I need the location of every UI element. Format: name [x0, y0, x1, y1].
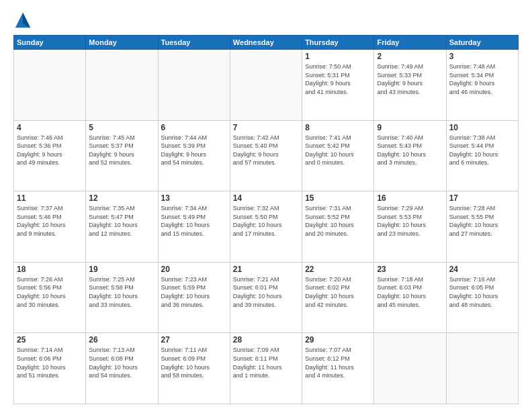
- day-info: Sunrise: 7:14 AM Sunset: 6:06 PM Dayligh…: [17, 346, 83, 379]
- day-info: Sunrise: 7:48 AM Sunset: 5:34 PM Dayligh…: [449, 62, 515, 96]
- day-number: 14: [233, 193, 299, 203]
- calendar-cell: 16Sunrise: 7:29 AM Sunset: 5:53 PM Dayli…: [374, 191, 446, 263]
- day-number: 15: [305, 193, 371, 203]
- weekday-header: Wednesday: [230, 36, 302, 50]
- calendar-cell: 26Sunrise: 7:13 AM Sunset: 6:08 PM Dayli…: [86, 333, 158, 404]
- calendar-week-row: 1Sunrise: 7:50 AM Sunset: 5:31 PM Daylig…: [14, 50, 519, 121]
- calendar-cell: 28Sunrise: 7:09 AM Sunset: 6:11 PM Dayli…: [230, 333, 302, 404]
- calendar-cell: 17Sunrise: 7:28 AM Sunset: 5:55 PM Dayli…: [446, 191, 518, 263]
- weekday-header: Tuesday: [158, 36, 230, 50]
- day-info: Sunrise: 7:26 AM Sunset: 5:56 PM Dayligh…: [17, 275, 83, 309]
- day-info: Sunrise: 7:11 AM Sunset: 6:09 PM Dayligh…: [161, 346, 227, 379]
- calendar-cell: [86, 50, 158, 121]
- calendar-week-row: 18Sunrise: 7:26 AM Sunset: 5:56 PM Dayli…: [14, 262, 519, 333]
- day-number: 24: [449, 265, 515, 274]
- weekday-header: Sunday: [14, 36, 86, 50]
- day-number: 12: [89, 193, 154, 203]
- day-info: Sunrise: 7:31 AM Sunset: 5:52 PM Dayligh…: [305, 204, 371, 238]
- calendar-cell: [446, 333, 518, 404]
- day-number: 6: [161, 123, 227, 132]
- day-number: 13: [161, 193, 227, 203]
- weekday-header: Friday: [374, 36, 446, 50]
- day-number: 7: [233, 123, 299, 132]
- day-info: Sunrise: 7:42 AM Sunset: 5:40 PM Dayligh…: [233, 134, 299, 167]
- day-info: Sunrise: 7:07 AM Sunset: 6:12 PM Dayligh…: [305, 346, 371, 379]
- day-info: Sunrise: 7:13 AM Sunset: 6:08 PM Dayligh…: [89, 346, 154, 379]
- day-info: Sunrise: 7:34 AM Sunset: 5:49 PM Dayligh…: [161, 204, 227, 238]
- day-number: 5: [89, 123, 154, 132]
- day-info: Sunrise: 7:23 AM Sunset: 5:59 PM Dayligh…: [161, 275, 227, 309]
- calendar-cell: [230, 50, 302, 121]
- calendar-cell: 1Sunrise: 7:50 AM Sunset: 5:31 PM Daylig…: [302, 50, 374, 121]
- day-info: Sunrise: 7:21 AM Sunset: 6:01 PM Dayligh…: [233, 275, 299, 309]
- calendar-cell: 5Sunrise: 7:45 AM Sunset: 5:37 PM Daylig…: [86, 120, 158, 191]
- calendar-cell: 20Sunrise: 7:23 AM Sunset: 5:59 PM Dayli…: [158, 262, 230, 333]
- calendar-cell: 25Sunrise: 7:14 AM Sunset: 6:06 PM Dayli…: [14, 333, 86, 404]
- day-number: 20: [161, 265, 227, 274]
- calendar-cell: [374, 333, 446, 404]
- day-number: 1: [305, 52, 371, 61]
- calendar-cell: 10Sunrise: 7:38 AM Sunset: 5:44 PM Dayli…: [446, 120, 518, 191]
- day-info: Sunrise: 7:44 AM Sunset: 5:39 PM Dayligh…: [161, 134, 227, 167]
- calendar-cell: 21Sunrise: 7:21 AM Sunset: 6:01 PM Dayli…: [230, 262, 302, 333]
- day-number: 3: [449, 52, 515, 61]
- day-number: 21: [233, 265, 299, 274]
- day-info: Sunrise: 7:16 AM Sunset: 6:05 PM Dayligh…: [449, 275, 515, 309]
- calendar-cell: 11Sunrise: 7:37 AM Sunset: 5:46 PM Dayli…: [14, 191, 86, 263]
- day-number: 26: [89, 335, 154, 345]
- day-number: 27: [161, 335, 227, 345]
- day-info: Sunrise: 7:28 AM Sunset: 5:55 PM Dayligh…: [449, 204, 515, 238]
- day-number: 2: [377, 52, 443, 61]
- calendar-week-row: 11Sunrise: 7:37 AM Sunset: 5:46 PM Dayli…: [14, 191, 519, 263]
- calendar-week-row: 25Sunrise: 7:14 AM Sunset: 6:06 PM Dayli…: [14, 333, 519, 404]
- calendar-cell: 27Sunrise: 7:11 AM Sunset: 6:09 PM Dayli…: [158, 333, 230, 404]
- day-number: 16: [377, 193, 443, 203]
- logo: [13, 11, 35, 30]
- header: [13, 11, 519, 30]
- calendar-week-row: 4Sunrise: 7:46 AM Sunset: 5:36 PM Daylig…: [14, 120, 519, 191]
- day-info: Sunrise: 7:41 AM Sunset: 5:42 PM Dayligh…: [305, 134, 371, 167]
- weekday-header: Monday: [86, 36, 158, 50]
- day-info: Sunrise: 7:35 AM Sunset: 5:47 PM Dayligh…: [89, 204, 154, 238]
- calendar-cell: 3Sunrise: 7:48 AM Sunset: 5:34 PM Daylig…: [446, 50, 518, 121]
- calendar-cell: 6Sunrise: 7:44 AM Sunset: 5:39 PM Daylig…: [158, 120, 230, 191]
- calendar-cell: 22Sunrise: 7:20 AM Sunset: 6:02 PM Dayli…: [302, 262, 374, 333]
- calendar-cell: 29Sunrise: 7:07 AM Sunset: 6:12 PM Dayli…: [302, 333, 374, 404]
- day-info: Sunrise: 7:25 AM Sunset: 5:58 PM Dayligh…: [89, 275, 154, 309]
- day-number: 17: [449, 193, 515, 203]
- calendar-cell: 8Sunrise: 7:41 AM Sunset: 5:42 PM Daylig…: [302, 120, 374, 191]
- day-number: 22: [305, 265, 371, 274]
- day-number: 18: [17, 265, 83, 274]
- day-number: 29: [305, 335, 371, 345]
- calendar-cell: 24Sunrise: 7:16 AM Sunset: 6:05 PM Dayli…: [446, 262, 518, 333]
- day-info: Sunrise: 7:40 AM Sunset: 5:43 PM Dayligh…: [377, 134, 443, 167]
- day-info: Sunrise: 7:29 AM Sunset: 5:53 PM Dayligh…: [377, 204, 443, 238]
- day-info: Sunrise: 7:09 AM Sunset: 6:11 PM Dayligh…: [233, 346, 299, 379]
- day-info: Sunrise: 7:32 AM Sunset: 5:50 PM Dayligh…: [233, 204, 299, 238]
- calendar-cell: [14, 50, 86, 121]
- day-number: 4: [17, 123, 83, 132]
- day-number: 23: [377, 265, 443, 274]
- weekday-header-row: SundayMondayTuesdayWednesdayThursdayFrid…: [14, 36, 519, 50]
- calendar-cell: 7Sunrise: 7:42 AM Sunset: 5:40 PM Daylig…: [230, 120, 302, 191]
- calendar-cell: 15Sunrise: 7:31 AM Sunset: 5:52 PM Dayli…: [302, 191, 374, 263]
- day-info: Sunrise: 7:20 AM Sunset: 6:02 PM Dayligh…: [305, 275, 371, 309]
- weekday-header: Saturday: [446, 36, 518, 50]
- logo-icon: [13, 11, 32, 30]
- day-info: Sunrise: 7:18 AM Sunset: 6:03 PM Dayligh…: [377, 275, 443, 309]
- calendar-cell: 13Sunrise: 7:34 AM Sunset: 5:49 PM Dayli…: [158, 191, 230, 263]
- weekday-header: Thursday: [302, 36, 374, 50]
- calendar-cell: 18Sunrise: 7:26 AM Sunset: 5:56 PM Dayli…: [14, 262, 86, 333]
- day-info: Sunrise: 7:46 AM Sunset: 5:36 PM Dayligh…: [17, 134, 83, 167]
- day-number: 9: [377, 123, 443, 132]
- day-number: 28: [233, 335, 299, 345]
- calendar-cell: 19Sunrise: 7:25 AM Sunset: 5:58 PM Dayli…: [86, 262, 158, 333]
- calendar-cell: 2Sunrise: 7:49 AM Sunset: 5:33 PM Daylig…: [374, 50, 446, 121]
- day-info: Sunrise: 7:49 AM Sunset: 5:33 PM Dayligh…: [377, 62, 443, 96]
- day-info: Sunrise: 7:45 AM Sunset: 5:37 PM Dayligh…: [89, 134, 154, 167]
- calendar-cell: 9Sunrise: 7:40 AM Sunset: 5:43 PM Daylig…: [374, 120, 446, 191]
- day-number: 19: [89, 265, 154, 274]
- calendar-cell: [158, 50, 230, 121]
- day-number: 8: [305, 123, 371, 132]
- calendar-cell: 14Sunrise: 7:32 AM Sunset: 5:50 PM Dayli…: [230, 191, 302, 263]
